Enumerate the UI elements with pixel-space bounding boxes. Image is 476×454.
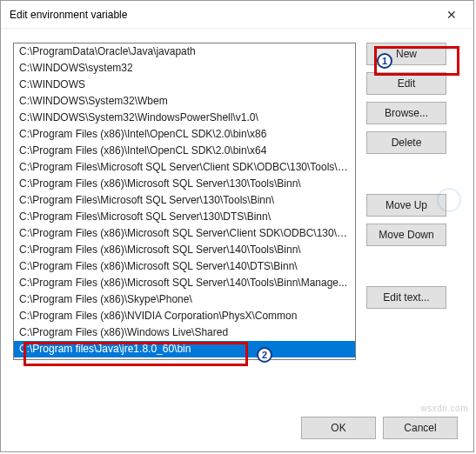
path-item[interactable]: C:\Program Files\Microsoft SQL Server\13… bbox=[14, 192, 355, 209]
path-item[interactable]: C:\Program Files (x86)\Skype\Phone\ bbox=[14, 291, 355, 308]
path-item[interactable]: C:\Program Files (x86)\Microsoft SQL Ser… bbox=[14, 242, 355, 258]
path-item[interactable]: C:\Program Files (x86)\Microsoft SQL Ser… bbox=[14, 176, 355, 192]
path-item[interactable]: C:\Program Files\Microsoft SQL Server\Cl… bbox=[14, 159, 355, 176]
path-item[interactable]: C:\Program Files\Microsoft SQL Server\13… bbox=[14, 209, 355, 225]
dialog-content: C:\ProgramData\Oracle\Java\javapathC:\WI… bbox=[1, 29, 473, 408]
path-item[interactable]: C:\Program Files (x86)\Intel\OpenCL SDK\… bbox=[14, 126, 355, 143]
cancel-button[interactable]: Cancel bbox=[383, 417, 458, 439]
path-item[interactable]: C:\WINDOWS\system32 bbox=[14, 60, 355, 77]
titlebar: Edit environment variable ✕ bbox=[1, 1, 473, 29]
edit-text-button[interactable]: Edit text... bbox=[366, 286, 446, 309]
move-down-button[interactable]: Move Down bbox=[366, 224, 446, 246]
path-item[interactable]: C:\WINDOWS bbox=[14, 77, 355, 93]
edit-env-dialog: Edit environment variable ✕ C:\ProgramDa… bbox=[0, 0, 474, 452]
path-item[interactable]: C:\Program Files (x86)\Microsoft SQL Ser… bbox=[14, 258, 355, 275]
dialog-footer: OK Cancel bbox=[1, 408, 473, 451]
new-button[interactable]: New bbox=[366, 43, 446, 65]
path-item[interactable]: C:\Program files\Java\jre1.8.0_60\bin bbox=[14, 341, 355, 357]
button-column: New Edit Browse... Delete Move Up Move D… bbox=[366, 43, 446, 401]
ok-button[interactable]: OK bbox=[301, 417, 376, 439]
path-item[interactable]: C:\Program Files (x86)\NVIDIA Corporatio… bbox=[14, 308, 355, 324]
path-item[interactable]: C:\Program Files (x86)\Windows Live\Shar… bbox=[14, 324, 355, 341]
path-item[interactable]: C:\ProgramData\Oracle\Java\javapath bbox=[14, 43, 355, 60]
spacer bbox=[366, 161, 446, 187]
path-list[interactable]: C:\ProgramData\Oracle\Java\javapathC:\WI… bbox=[13, 43, 356, 360]
path-item[interactable]: C:\WINDOWS\System32\WindowsPowerShell\v1… bbox=[14, 110, 355, 126]
spacer bbox=[366, 253, 446, 279]
dialog-title: Edit environment variable bbox=[10, 9, 127, 21]
path-item[interactable]: C:\WINDOWS\System32\Wbem bbox=[14, 93, 355, 110]
path-item[interactable]: C:\Program Files (x86)\Microsoft SQL Ser… bbox=[14, 275, 355, 291]
path-item[interactable]: C:\Program Files (x86)\Intel\OpenCL SDK\… bbox=[14, 143, 355, 159]
close-icon[interactable]: ✕ bbox=[439, 8, 465, 22]
browse-button[interactable]: Browse... bbox=[366, 102, 446, 124]
move-up-button[interactable]: Move Up bbox=[366, 194, 446, 217]
edit-button[interactable]: Edit bbox=[366, 72, 446, 95]
delete-button[interactable]: Delete bbox=[366, 131, 446, 154]
path-item[interactable]: C:\Program Files (x86)\Microsoft SQL Ser… bbox=[14, 225, 355, 242]
